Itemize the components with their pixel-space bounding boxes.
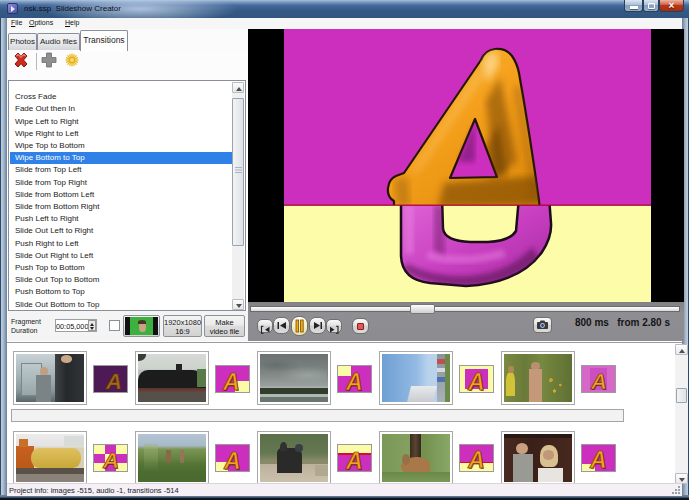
svg-text:A: A (223, 448, 241, 471)
svg-text:A: A (467, 447, 485, 471)
svg-text:A: A (589, 447, 607, 471)
svg-text:A: A (345, 369, 363, 392)
svg-text:A: A (345, 448, 363, 471)
svg-text:A: A (102, 448, 119, 471)
svg-text:A: A (590, 369, 607, 392)
svg-text:A: A (222, 369, 240, 392)
svg-text:A: A (467, 369, 485, 392)
svg-text:A: A (105, 369, 122, 392)
